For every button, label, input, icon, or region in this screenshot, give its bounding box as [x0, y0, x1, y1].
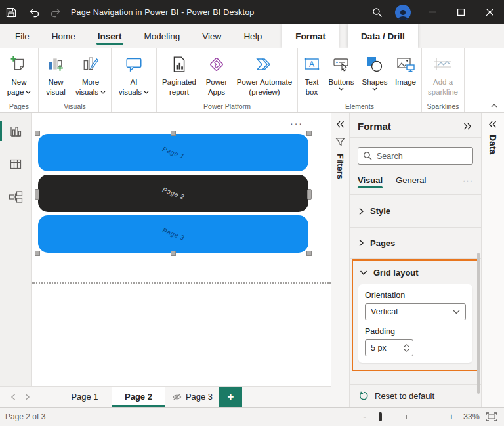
expand-filters-button[interactable]: [336, 121, 345, 128]
chevron-down-icon: [26, 91, 31, 94]
selection-handle[interactable]: [307, 189, 312, 200]
more-visuals-icon: [82, 56, 99, 73]
save-icon: [6, 7, 16, 18]
selection-handle[interactable]: [35, 131, 40, 136]
buttons-button[interactable]: Buttons: [324, 51, 358, 91]
selection-handle[interactable]: [171, 251, 176, 256]
power-automate-icon: [255, 56, 274, 73]
tab-file[interactable]: File: [4, 24, 41, 48]
tab-modeling[interactable]: Modeling: [133, 24, 192, 48]
chevron-down-icon: [144, 91, 149, 94]
model-view-button[interactable]: [0, 182, 32, 211]
zoom-in-button[interactable]: +: [449, 412, 454, 422]
next-page-arrow-icon[interactable]: [25, 394, 30, 400]
ribbon-group-visuals: New visual More visuals Visuals: [39, 48, 112, 112]
new-visual-icon: [47, 56, 64, 73]
double-chevron-left-icon: [336, 121, 345, 128]
data-pane-collapsed[interactable]: Data: [481, 113, 504, 407]
section-style[interactable]: Style: [350, 195, 481, 228]
selection-handle[interactable]: [35, 251, 40, 256]
close-button[interactable]: [475, 0, 504, 24]
tab-view[interactable]: View: [191, 24, 232, 48]
person-icon: [396, 9, 410, 20]
new-visual-button[interactable]: New visual: [40, 51, 72, 97]
save-button[interactable]: [0, 0, 22, 24]
reset-to-default-button[interactable]: Reset to default: [350, 384, 481, 407]
nav-button-page-3[interactable]: Page 3: [38, 215, 308, 253]
orientation-select[interactable]: Vertical: [365, 303, 466, 320]
group-label-elements: Elements: [299, 100, 420, 112]
collapse-ribbon-button[interactable]: [491, 104, 497, 108]
subtab-visual[interactable]: Visual: [358, 175, 383, 190]
nav-button-page-2[interactable]: Page 2: [38, 175, 308, 212]
page-tab-2[interactable]: Page 2: [112, 387, 165, 407]
tab-insert[interactable]: Insert: [87, 24, 133, 48]
ai-visuals-icon: [125, 56, 143, 73]
image-button[interactable]: Image: [391, 51, 420, 87]
tab-format[interactable]: Format: [282, 24, 339, 48]
format-pane-title: Format: [358, 121, 391, 132]
stepper-up-icon: [404, 344, 410, 347]
tab-data-drill[interactable]: Data / Drill: [348, 24, 418, 48]
new-page-tab-button[interactable]: +: [219, 387, 242, 407]
subtab-general[interactable]: General: [396, 175, 426, 190]
user-avatar[interactable]: [395, 5, 411, 20]
data-pane-title: Data: [488, 135, 498, 154]
filters-pane-collapsed[interactable]: Filters: [331, 113, 350, 407]
selection-handle[interactable]: [306, 251, 312, 256]
shapes-button[interactable]: Shapes: [358, 51, 391, 91]
more-visuals-button[interactable]: More visuals: [72, 51, 110, 97]
double-chevron-right-icon: [463, 123, 472, 130]
page-navigator-visual[interactable]: Page 1 Page 2 Page 3: [38, 134, 308, 256]
page-tab-3[interactable]: Page 3: [165, 387, 219, 407]
undo-button[interactable]: [22, 0, 45, 24]
selection-handle[interactable]: [306, 131, 312, 136]
ai-visuals-button[interactable]: AI visuals: [113, 51, 155, 97]
text-box-button[interactable]: A Text box: [299, 51, 324, 97]
page-tab-bar: Page 1 Page 2 Page 3 +: [0, 386, 331, 407]
chevron-down-icon: [339, 87, 344, 91]
subtab-more-options[interactable]: ···: [463, 175, 473, 190]
format-search-input[interactable]: [358, 147, 473, 165]
ribbon-group-sparklines: Add a sparkline Sparklines: [422, 48, 465, 112]
maximize-button[interactable]: [446, 0, 475, 24]
collapse-format-pane-button[interactable]: [463, 123, 472, 130]
nav-button-page-1[interactable]: Page 1: [38, 134, 308, 171]
minimize-button[interactable]: [417, 0, 446, 24]
section-pages[interactable]: Pages: [350, 228, 481, 259]
padding-stepper[interactable]: 5 px: [365, 339, 413, 356]
chevron-down-icon: [100, 91, 106, 94]
data-view-button[interactable]: [0, 150, 32, 179]
previous-page-arrow-icon[interactable]: [10, 394, 16, 400]
format-subtabs: Visual General ···: [358, 175, 473, 190]
page-tab-1[interactable]: Page 1: [58, 387, 112, 407]
new-page-button[interactable]: New page: [1, 51, 37, 97]
power-automate-button[interactable]: Power Automate (preview): [233, 51, 296, 97]
ribbon-group-ai-visuals: AI visuals: [112, 48, 157, 112]
search-button[interactable]: [366, 0, 388, 24]
zoom-slider[interactable]: [372, 412, 443, 421]
report-canvas[interactable]: ··· Page 1 Page 2 Page 3: [32, 113, 331, 386]
format-pane-scrollbar[interactable]: [477, 253, 480, 394]
section-grid-layout[interactable]: Grid layout: [353, 261, 478, 284]
report-view-button[interactable]: [0, 117, 32, 146]
ribbon-group-pages: New page Pages: [0, 48, 39, 112]
expand-data-button[interactable]: [488, 121, 497, 128]
tab-home[interactable]: Home: [41, 24, 87, 48]
grid-layout-card: Orientation Vertical Padding 5 px: [358, 284, 472, 363]
image-icon: [396, 56, 415, 73]
zoom-out-button[interactable]: -: [363, 412, 366, 422]
ribbon: New page Pages New visual More visuals V…: [0, 48, 504, 113]
visual-more-options[interactable]: ···: [290, 118, 303, 129]
selection-handle[interactable]: [35, 189, 39, 200]
selection-handle[interactable]: [171, 131, 176, 136]
power-apps-button[interactable]: Power Apps: [200, 51, 233, 97]
redo-button[interactable]: [45, 0, 67, 24]
page-indicator: Page 2 of 3: [0, 412, 45, 421]
paginated-report-button[interactable]: Paginated report: [158, 51, 200, 97]
fit-to-page-icon[interactable]: [486, 412, 497, 421]
tab-help[interactable]: Help: [232, 24, 273, 48]
zoom-slider-handle[interactable]: [379, 412, 382, 421]
window-title: Page Navigation in Power BI - Power BI D…: [71, 8, 254, 17]
add-sparkline-button[interactable]: Add a sparkline: [423, 51, 463, 97]
